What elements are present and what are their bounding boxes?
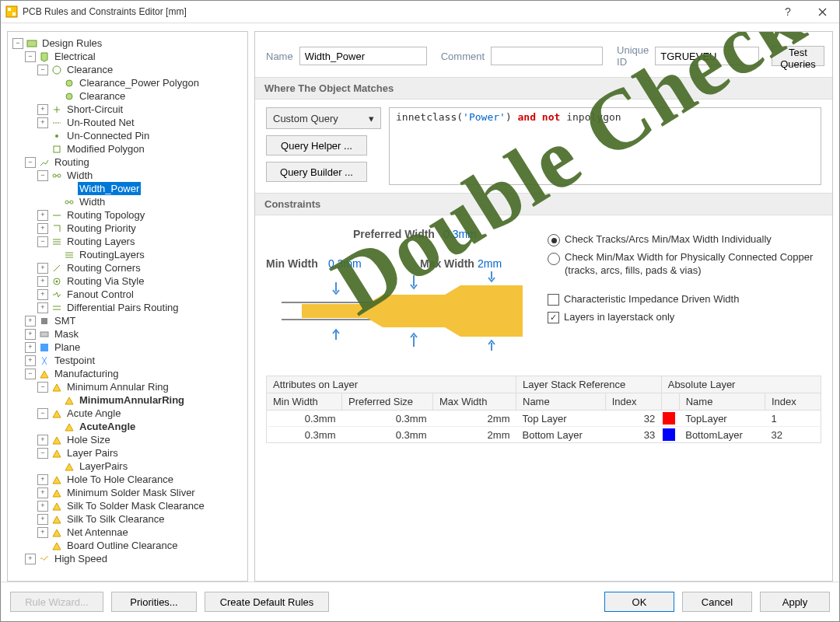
layer-width-table[interactable]: Attributes on Layer Layer Stack Referenc… <box>266 376 821 443</box>
svg-point-2 <box>53 66 61 74</box>
svg-point-9 <box>65 187 68 190</box>
tree-short[interactable]: Short-Circuit <box>65 103 124 116</box>
svg-point-4 <box>66 93 72 100</box>
query-input[interactable]: innetclass('Power') and not inpolygon <box>389 107 821 185</box>
opt-layerstack-check[interactable]: ✓ <box>548 312 559 323</box>
tree-rvia[interactable]: Routing Via Style <box>65 274 146 288</box>
tree-mar[interactable]: Minimum Annular Ring <box>65 380 170 393</box>
rule-wizard-button[interactable]: Rule Wizard... <box>10 592 103 612</box>
th-aname[interactable]: Name <box>679 393 765 411</box>
create-default-rules-button[interactable]: Create Default Rules <box>205 592 329 612</box>
tree-lpairs[interactable]: Layer Pairs <box>65 446 120 460</box>
tree-unconn[interactable]: Un-Connected Pin <box>65 129 151 142</box>
tree-rcorners[interactable]: Routing Corners <box>65 261 142 274</box>
tree-smt[interactable]: SMT <box>53 314 77 327</box>
help-button[interactable]: ? <box>771 1 805 23</box>
opt-connected-radio[interactable] <box>548 253 560 265</box>
tree-h2h[interactable]: Hole To Hole Clearance <box>65 473 175 486</box>
apply-button[interactable]: Apply <box>760 592 830 612</box>
cancel-button[interactable]: Cancel <box>682 592 752 612</box>
tree-acute[interactable]: Acute Angle <box>65 407 122 420</box>
min-width-label: Min Width <box>266 257 318 270</box>
tree-electrical[interactable]: Electrical <box>53 50 97 63</box>
th-sidx[interactable]: Index <box>605 393 661 411</box>
uid-input[interactable] <box>655 47 759 65</box>
tree-diffpair[interactable]: Differential Pairs Routing <box>65 301 180 314</box>
svg-point-8 <box>58 174 61 177</box>
svg-rect-15 <box>41 318 47 324</box>
pref-width-value[interactable]: 0.3mm <box>443 228 477 240</box>
svg-point-7 <box>53 174 56 177</box>
comment-input[interactable] <box>491 47 603 65</box>
tree-rtopo[interactable]: Routing Topology <box>65 208 146 222</box>
th-grp-stack: Layer Stack Reference <box>516 376 662 393</box>
tree-clearance[interactable]: Clearance <box>65 63 114 76</box>
svg-rect-17 <box>40 344 48 351</box>
tree-s2s[interactable]: Silk To Solder Mask Clearance <box>65 499 206 512</box>
tree-unrouted[interactable]: Un-Routed Net <box>65 116 136 129</box>
tree-minsolder[interactable]: Minimum Solder Mask Sliver <box>65 486 197 499</box>
th-sname[interactable]: Name <box>516 393 606 411</box>
tree-mask[interactable]: Mask <box>53 327 80 341</box>
tree-hole[interactable]: Hole Size <box>65 433 112 446</box>
tree-width-power[interactable]: Width_Power <box>78 182 141 195</box>
opt-layerstack-label: Layers in layerstack only <box>564 311 674 324</box>
tree-netant[interactable]: Net Antennae <box>65 526 130 539</box>
tree-testpoint[interactable]: Testpoint <box>53 354 96 367</box>
match-section-title: Where The Object Matches <box>255 77 832 100</box>
test-queries-button[interactable]: Test Queries <box>772 46 824 66</box>
tree-mfg[interactable]: Manufacturing <box>53 367 120 380</box>
tree-rprio[interactable]: Routing Priority <box>65 222 138 235</box>
tree-fanout[interactable]: Fanout Control <box>65 288 135 301</box>
th-minw[interactable]: Min Width <box>267 393 342 411</box>
chevron-down-icon: ▾ <box>369 113 374 124</box>
tree-root[interactable]: Design Rules <box>40 37 103 50</box>
tree-boardout[interactable]: Board Outline Clearance <box>65 539 179 552</box>
opt-impedance-check[interactable] <box>548 294 559 306</box>
min-width-value[interactable]: 0.3mm <box>328 257 362 270</box>
table-row[interactable]: 0.3mm0.3mm2mmBottom Layer33BottomLayer32 <box>267 427 821 443</box>
tree-width-2[interactable]: Width <box>78 195 107 208</box>
th-prefw[interactable]: Preferred Size <box>342 393 433 411</box>
tree-modpoly[interactable]: Modified Polygon <box>65 142 146 156</box>
width-visual: Preferred Width 0.3mm Min Width 0.3mm Ma… <box>266 228 530 360</box>
opt-individual-radio[interactable] <box>548 234 560 246</box>
max-width-label: Max Width <box>420 257 474 270</box>
name-input[interactable] <box>299 47 427 65</box>
tree-acute-child[interactable]: AcuteAngle <box>78 420 137 433</box>
max-width-value[interactable]: 2mm <box>478 257 502 270</box>
th-aidx[interactable]: Index <box>765 393 821 411</box>
query-builder-button[interactable]: Query Builder ... <box>266 162 367 182</box>
svg-point-3 <box>66 80 72 86</box>
tree-plane[interactable]: Plane <box>53 341 82 354</box>
rule-detail-panel: Name Comment Unique ID Test Queries Wher… <box>254 31 833 582</box>
opt-connected-label: Check Min/Max Width for Physically Conne… <box>565 251 813 278</box>
close-icon <box>818 8 827 16</box>
opt-individual-label: Check Tracks/Arcs Min/Max Width Individu… <box>565 233 772 246</box>
tree-silk2silk[interactable]: Silk To Silk Clearance <box>65 512 166 526</box>
th-maxw[interactable]: Max Width <box>433 393 516 411</box>
dialog-footer: Rule Wizard... Priorities... Create Defa… <box>1 582 839 621</box>
tree-highspeed[interactable]: High Speed <box>53 552 109 565</box>
svg-point-11 <box>65 201 68 204</box>
ok-button[interactable]: OK <box>604 592 674 612</box>
rules-tree[interactable]: −Design Rules −Electrical −Clearance Cle… <box>7 31 248 582</box>
tree-mar-child[interactable]: MinimumAnnularRing <box>78 393 186 407</box>
match-type-dropdown[interactable]: Custom Query ▾ <box>266 107 381 129</box>
table-row[interactable]: 0.3mm0.3mm2mmTop Layer32TopLayer1 <box>267 411 821 427</box>
tree-rlayers-child[interactable]: RoutingLayers <box>78 248 146 261</box>
opt-impedance-label: Characteristic Impedance Driven Width <box>564 293 739 306</box>
th-grp-attr: Attributes on Layer <box>267 376 516 393</box>
tree-clearance-pp[interactable]: Clearance_Power Polygon <box>78 76 201 89</box>
svg-point-14 <box>56 280 58 282</box>
query-helper-button[interactable]: Query Helper ... <box>266 135 367 156</box>
tree-lpairs-child[interactable]: LayerPairs <box>78 460 129 473</box>
name-label: Name <box>266 51 293 62</box>
close-button[interactable] <box>805 1 839 23</box>
tree-routing[interactable]: Routing <box>53 156 91 169</box>
tree-rlayers[interactable]: Routing Layers <box>65 235 136 248</box>
tree-clearance-2[interactable]: Clearance <box>78 89 127 103</box>
th-grp-abs: Absolute Layer <box>661 376 821 393</box>
tree-width[interactable]: Width <box>65 169 94 182</box>
priorities-button[interactable]: Priorities... <box>111 592 197 612</box>
